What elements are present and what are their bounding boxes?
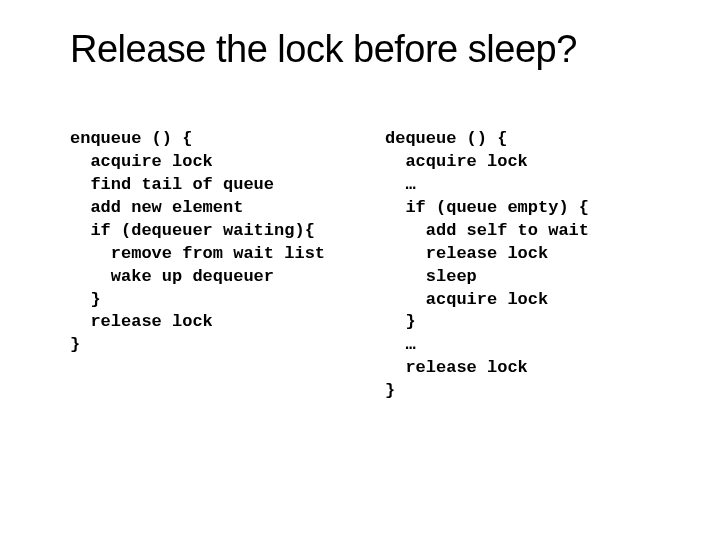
code-line: … bbox=[385, 335, 416, 354]
code-line: dequeue () { bbox=[385, 129, 507, 148]
code-line: release lock bbox=[385, 358, 528, 377]
code-line: acquire lock bbox=[70, 152, 213, 171]
code-line: add new element bbox=[70, 198, 243, 217]
code-line: if (queue empty) { bbox=[385, 198, 589, 217]
code-line: release lock bbox=[70, 312, 213, 331]
right-column: dequeue () { acquire lock … if (queue em… bbox=[375, 105, 670, 426]
dequeue-code: dequeue () { acquire lock … if (queue em… bbox=[385, 105, 670, 426]
code-line: add self to wait bbox=[385, 221, 589, 240]
code-line: acquire lock bbox=[385, 290, 548, 309]
code-line: } bbox=[70, 335, 80, 354]
code-line: if (dequeuer waiting){ bbox=[70, 221, 315, 240]
code-line: … bbox=[385, 175, 416, 194]
code-line: } bbox=[70, 290, 101, 309]
code-line: enqueue () { bbox=[70, 129, 192, 148]
enqueue-code: enqueue () { acquire lock find tail of q… bbox=[70, 105, 355, 380]
code-line: release lock bbox=[385, 244, 548, 263]
code-line: } bbox=[385, 381, 395, 400]
code-line: find tail of queue bbox=[70, 175, 274, 194]
code-line: } bbox=[385, 312, 416, 331]
slide-title: Release the lock before sleep? bbox=[70, 28, 670, 71]
slide: Release the lock before sleep? enqueue (… bbox=[0, 0, 720, 540]
code-line: wake up dequeuer bbox=[70, 267, 274, 286]
left-column: enqueue () { acquire lock find tail of q… bbox=[70, 105, 355, 426]
code-line: acquire lock bbox=[385, 152, 528, 171]
code-columns: enqueue () { acquire lock find tail of q… bbox=[70, 105, 670, 426]
code-line: sleep bbox=[385, 267, 477, 286]
code-line: remove from wait list bbox=[70, 244, 325, 263]
